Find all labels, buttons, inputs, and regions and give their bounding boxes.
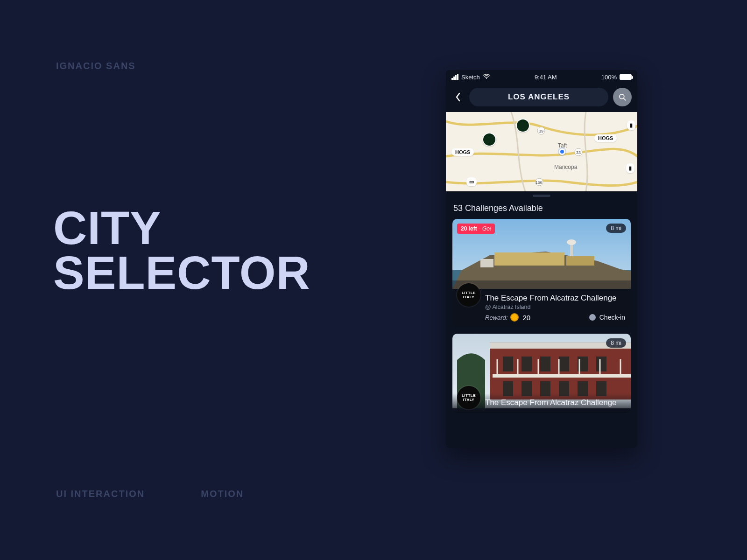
battery-icon (620, 74, 632, 80)
challenge-card-1[interactable]: 20 left - Go! 8 mi LITTLE ITALY The Esca… (452, 219, 631, 327)
sheet-drag-handle[interactable] (446, 191, 637, 200)
status-time: 9:41 AM (535, 74, 557, 81)
challenge-list[interactable]: 20 left - Go! 8 mi LITTLE ITALY The Esca… (446, 219, 637, 413)
badge-left: 20 left - Go! (457, 224, 495, 234)
map-pin-round-2[interactable] (516, 119, 530, 133)
nav-bar: LOS ANGELES (446, 84, 637, 112)
svg-text:Maricopa: Maricopa (554, 164, 578, 170)
distance-badge-2: 8 mi (606, 338, 626, 348)
reward-block: Reward: 20 (485, 313, 530, 322)
challenges-count: 53 Challenges Available (446, 200, 637, 219)
tags-row: UI INTERACTION MOTION (56, 489, 244, 499)
coin-icon (510, 313, 519, 322)
checkin-button[interactable]: Check-in (589, 314, 625, 321)
card-subtitle: @ Alcatraz Island (485, 304, 625, 310)
map-pin-barbera-2[interactable]: ▮ (626, 163, 634, 173)
svg-point-1 (620, 94, 624, 99)
map-view[interactable]: Taft Maricopa 33 166 39 HOGS HOGS ▮ ▮ ▭ (446, 112, 637, 191)
map-pin-hogs-1[interactable]: HOGS (451, 148, 474, 156)
svg-text:33: 33 (576, 150, 581, 155)
distance-badge: 8 mi (606, 224, 626, 233)
map-pin-generic-1[interactable]: ▭ (466, 177, 477, 186)
card-title-2: The Escape From Alcatraz Challenge (485, 398, 625, 407)
brand-avatar-2: LITTLE ITALY (457, 386, 480, 409)
search-button[interactable] (613, 88, 632, 106)
title-line-1: CITY (53, 205, 310, 250)
back-button[interactable] (451, 89, 465, 105)
svg-rect-26 (559, 357, 569, 371)
challenge-card-2[interactable]: 8 mi LITTLE ITALY The Escape From Alcatr… (452, 334, 631, 413)
svg-rect-14 (494, 252, 564, 266)
svg-text:39: 39 (539, 129, 543, 133)
checkin-label: Check-in (599, 314, 625, 321)
svg-rect-16 (480, 259, 493, 267)
status-bar: Sketch 9:41 AM 100% (446, 70, 637, 84)
svg-rect-23 (503, 357, 513, 371)
phone-mock: Sketch 9:41 AM 100% LOS ANGELES (446, 70, 637, 448)
brand-avatar: LITTLE ITALY (457, 283, 480, 307)
tag-ui-interaction: UI INTERACTION (56, 489, 145, 499)
author-label: IGNACIO SANS (56, 61, 136, 71)
svg-text:Taft: Taft (558, 142, 567, 149)
svg-point-18 (567, 239, 576, 245)
card-title: The Escape From Alcatraz Challenge (485, 294, 625, 303)
wifi-icon (483, 74, 490, 81)
svg-rect-19 (452, 280, 631, 289)
user-location-dot (559, 148, 565, 155)
battery-percent: 100% (601, 74, 617, 81)
tag-motion: MOTION (201, 489, 244, 499)
map-pin-barbera[interactable]: ▮ (627, 120, 635, 130)
map-pin-hogs-2[interactable]: HOGS (594, 134, 617, 142)
svg-line-2 (624, 98, 626, 100)
title-line-2: SELECTOR (53, 250, 310, 295)
map-pin-round-1[interactable] (482, 133, 496, 147)
reward-value: 20 (522, 314, 530, 322)
signal-bars-icon (451, 74, 458, 80)
checkin-dot-icon (589, 314, 596, 321)
svg-rect-35 (493, 374, 631, 378)
svg-point-0 (486, 78, 487, 79)
city-selector[interactable]: LOS ANGELES (469, 88, 608, 106)
svg-text:166: 166 (536, 180, 542, 185)
badge-count: 20 left (461, 225, 477, 232)
svg-rect-15 (566, 256, 594, 266)
svg-rect-25 (540, 357, 550, 371)
svg-rect-24 (521, 357, 532, 371)
reward-label: Reward: (485, 314, 507, 321)
carrier-label: Sketch (461, 74, 480, 81)
svg-rect-28 (596, 357, 606, 371)
page-title: CITY SELECTOR (53, 205, 310, 295)
badge-go: - Go! (479, 225, 492, 232)
